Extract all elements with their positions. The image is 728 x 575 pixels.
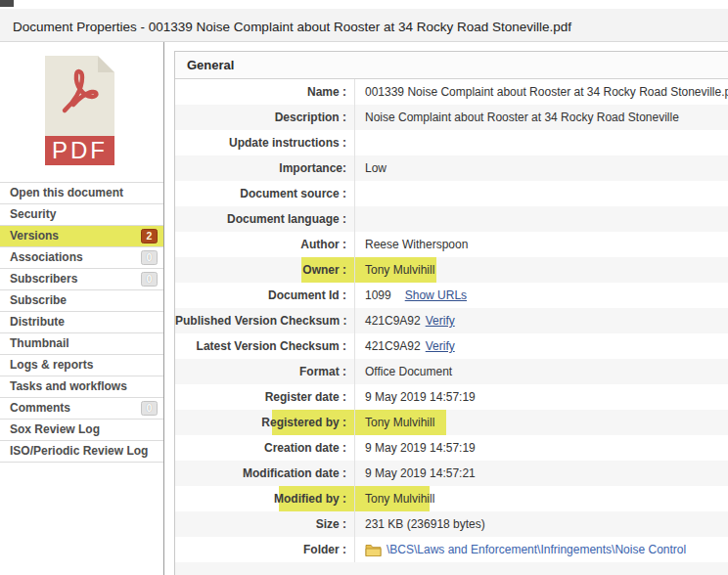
- sidebar-item-open-this-document[interactable]: Open this document: [0, 183, 163, 204]
- sidebar-item-thumbnail[interactable]: Thumbnail: [0, 333, 163, 355]
- checksum-value: 421C9A92: [365, 333, 421, 359]
- property-row-modified-by: Modified by : Tony Mulvihill: [175, 486, 728, 511]
- property-row-document-source: Document source :: [175, 181, 728, 206]
- folder-path-text: \BCS\Laws and Enforcement\Infringements\…: [387, 537, 686, 562]
- sidebar-item-label: Security: [10, 207, 56, 221]
- sidebar-item-distribute[interactable]: Distribute: [0, 312, 163, 333]
- property-value: 9 May 2019 14:57:21: [354, 461, 728, 486]
- property-value: Tony Mulvihill: [354, 410, 728, 435]
- sidebar-item-label: Logs & reports: [10, 358, 93, 372]
- property-value: 9 May 2019 14:57:19: [354, 435, 728, 461]
- property-row-registered-by: Registered by : Tony Mulvihill: [175, 410, 728, 435]
- sidebar-item-subscribe[interactable]: Subscribe: [0, 290, 163, 312]
- property-label: Format :: [175, 359, 354, 384]
- property-label: Modified by :: [175, 486, 354, 511]
- property-value: [354, 130, 728, 155]
- property-row-folder: Folder : \BCS\Laws and Enforcement\Infri…: [175, 537, 728, 562]
- subscribers-count-badge: 0: [141, 272, 158, 287]
- property-label: Folder :: [175, 537, 354, 562]
- property-value: [354, 206, 728, 232]
- property-value: 001339 Noise Complaint about Rooster at …: [354, 79, 728, 105]
- folder-icon: [365, 544, 382, 556]
- sidebar-item-label: Distribute: [10, 315, 65, 329]
- general-properties-panel: General Name : 001339 Noise Complaint ab…: [174, 51, 728, 575]
- property-row-creation-date: Creation date : 9 May 2019 14:57:19: [175, 435, 728, 461]
- property-value: Tony Mulvihill: [354, 257, 728, 283]
- property-value: Tony Mulvihill: [354, 486, 728, 511]
- sidebar-item-label: Tasks and workflows: [10, 379, 127, 393]
- property-value: Noise Complaint about Rooster at 34 Rock…: [354, 105, 728, 130]
- checksum-value: 421C9A92: [365, 308, 421, 333]
- sidebar-item-label: Subscribe: [10, 293, 67, 307]
- sidebar-item-label: Sox Review Log: [10, 422, 100, 436]
- property-value: [354, 181, 728, 206]
- property-row-register-date: Register date : 9 May 2019 14:57:19: [175, 384, 728, 410]
- property-value: Low: [354, 155, 728, 181]
- property-row-importance: Importance: Low: [175, 155, 728, 181]
- property-value: Office Document: [354, 359, 728, 384]
- property-row-name: Name : 001339 Noise Complaint about Roos…: [175, 79, 728, 105]
- property-label: Owner :: [175, 257, 354, 283]
- property-label: Author :: [175, 232, 354, 257]
- sidebar-item-versions[interactable]: 2 Versions: [0, 226, 163, 247]
- title-bar-top-strip: [0, 0, 728, 9]
- sidebar-item-label: Comments: [10, 401, 70, 415]
- sidebar-item-sox-review-log[interactable]: Sox Review Log: [0, 420, 163, 441]
- property-value: \BCS\Laws and Enforcement\Infringements\…: [354, 537, 728, 562]
- property-label: Registered by :: [175, 410, 354, 435]
- browser-corner-fragment: [0, 0, 14, 7]
- property-label: Published Version Checksum :: [175, 308, 354, 333]
- sidebar-item-label: Subscribers: [10, 272, 77, 286]
- verify-link[interactable]: Verify: [426, 333, 455, 359]
- window-title: Document Properties - 001339 Noise Compl…: [13, 20, 571, 34]
- associations-count-badge: 0: [141, 250, 158, 265]
- property-row-owner: Owner : Tony Mulvihill: [175, 257, 728, 283]
- property-row-size: Size : 231 KB (236918 bytes): [175, 511, 728, 537]
- sidebar-menu: Open this document Security 2 Versions 0…: [0, 182, 163, 463]
- sidebar-item-label: Associations: [10, 250, 83, 264]
- property-label: Document Id :: [175, 283, 354, 308]
- property-row-document-id: Document Id : 1099 Show URLs: [175, 283, 728, 308]
- property-label: Size :: [175, 511, 354, 537]
- property-row-description: Description : Noise Complaint about Roos…: [175, 105, 728, 130]
- sidebar-item-label: Thumbnail: [10, 336, 69, 350]
- empty-trailing-row: [175, 562, 728, 575]
- sidebar-item-logs-and-reports[interactable]: Logs & reports: [0, 355, 163, 376]
- sidebar-item-comments[interactable]: 0 Comments: [0, 398, 163, 420]
- property-value: 421C9A92 Verify: [354, 308, 728, 333]
- pdf-file-icon: PDF: [45, 56, 114, 165]
- property-row-author: Author : Reese Witherspoon: [175, 232, 728, 257]
- versions-count-badge: 2: [141, 229, 158, 243]
- property-row-format: Format : Office Document: [175, 359, 728, 384]
- property-label: Description :: [175, 105, 354, 130]
- comments-count-badge: 0: [141, 401, 158, 416]
- property-value: 421C9A92 Verify: [354, 333, 728, 359]
- property-row-published-version-checksum: Published Version Checksum : 421C9A92 Ve…: [175, 308, 728, 333]
- pdf-type-label: PDF: [45, 136, 114, 165]
- property-label: Creation date :: [175, 435, 354, 461]
- folder-path-link[interactable]: \BCS\Laws and Enforcement\Infringements\…: [365, 537, 686, 562]
- sidebar-item-label: ISO/Periodic Review Log: [10, 444, 148, 458]
- property-row-latest-version-checksum: Latest Version Checksum : 421C9A92 Verif…: [175, 333, 728, 359]
- sidebar-item-security[interactable]: Security: [0, 204, 163, 226]
- property-label: Document source :: [175, 181, 354, 206]
- property-label: Latest Version Checksum :: [175, 333, 354, 359]
- property-row-document-language: Document language :: [175, 206, 728, 232]
- sidebar: PDF Open this document Security 2 Versio…: [0, 42, 164, 575]
- adobe-ribbon-icon: [57, 64, 103, 118]
- document-id-value: 1099: [365, 283, 391, 308]
- property-row-update-instructions: Update instructions :: [175, 130, 728, 155]
- property-label: Modification date :: [175, 461, 354, 486]
- sidebar-item-subscribers[interactable]: 0 Subscribers: [0, 269, 163, 290]
- sidebar-item-label: Versions: [10, 229, 59, 243]
- property-value: 9 May 2019 14:57:19: [354, 384, 728, 410]
- show-urls-link[interactable]: Show URLs: [405, 283, 467, 308]
- sidebar-item-tasks-and-workflows[interactable]: Tasks and workflows: [0, 376, 163, 398]
- property-row-modification-date: Modification date : 9 May 2019 14:57:21: [175, 461, 728, 486]
- property-label: Register date :: [175, 384, 354, 410]
- section-title: General: [175, 52, 728, 79]
- verify-link[interactable]: Verify: [426, 308, 455, 333]
- sidebar-item-iso-periodic-review-log[interactable]: ISO/Periodic Review Log: [0, 441, 163, 463]
- property-value: 231 KB (236918 bytes): [354, 511, 728, 537]
- sidebar-item-associations[interactable]: 0 Associations: [0, 247, 163, 269]
